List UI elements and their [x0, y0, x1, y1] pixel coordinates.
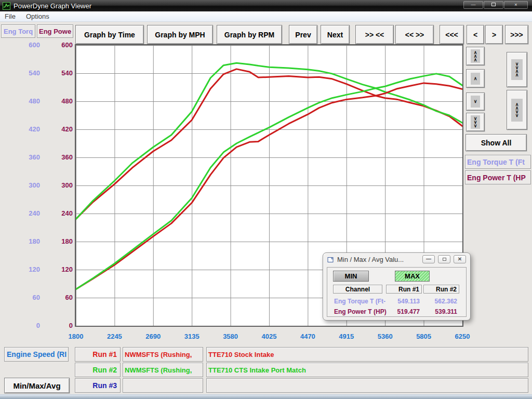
power-row-channel: Eng Power T (HP)	[334, 308, 391, 315]
minmax-restore-icon	[443, 258, 446, 261]
zoom-out-x-button[interactable]: << >>	[395, 25, 434, 44]
rpm-x-tick-label: 4470	[292, 332, 323, 341]
torque-max-run2: 562.362	[423, 298, 457, 305]
scroll-down-fast-button[interactable]: ∨ ∨ ∨	[466, 113, 485, 131]
rpm-x-tick-label: 2245	[99, 332, 130, 341]
app-window: PowerDyne Graph Viewer — × File Options …	[0, 0, 532, 399]
run2-description: TTE710 CTS Intake Port Match	[206, 363, 528, 377]
rpm-x-tick-label: 1800	[60, 332, 91, 341]
torque-channel-label[interactable]: Eng Torque T (Ft	[465, 155, 531, 169]
expand-y-button[interactable]: ∧ ∧ ∨ ∨	[507, 90, 527, 130]
run2-file: NWMSFTS (Rushing,	[123, 363, 203, 377]
rpm-x-tick-label: 5805	[408, 332, 440, 341]
scroll-left-button[interactable]: <	[467, 25, 484, 44]
scroll-up-button[interactable]: ∧	[466, 69, 485, 88]
title-bar: PowerDyne Graph Viewer — ×	[0, 0, 532, 11]
next-button[interactable]: Next	[321, 25, 350, 44]
x-axis-channel-label[interactable]: Engine Speed (RI	[4, 347, 69, 362]
minmax-minimize-button[interactable]: —	[422, 255, 435, 263]
scroll-up-fast-button[interactable]: ∧ ∧ ∧	[466, 47, 485, 65]
power-y-tick-label: 600	[0, 41, 73, 49]
zoom-in-x-button[interactable]: >> <<	[355, 25, 394, 44]
torque-row-channel: Eng Torque T (Ft-	[334, 298, 391, 305]
run1-file: NWMSFTS (Rushing,	[123, 347, 203, 362]
minmax-window: Min / Max / Avg Valu... — ✕ MIN MAX Chan…	[323, 252, 471, 321]
chevron-up-icon: ∧	[471, 73, 481, 85]
power-y-tick-label: 120	[0, 265, 73, 274]
power-y-tick-label: 240	[0, 209, 73, 218]
rpm-x-tick-label: 2690	[138, 332, 169, 341]
show-all-button[interactable]: Show All	[466, 134, 527, 151]
power-y-tick-label: 360	[0, 153, 73, 162]
run2-column-header: Run #2	[423, 285, 459, 294]
power-y-tick-label: 0	[0, 322, 73, 330]
maximize-button[interactable]	[484, 1, 503, 9]
run1-description: TTE710 Stock Intake	[206, 347, 528, 362]
power-y-tick-label: 60	[0, 294, 73, 302]
minmax-window-icon	[327, 257, 334, 263]
minmax-panel: MIN MAX Channel Run #1 Run #2 Eng Torque…	[327, 267, 467, 317]
minimize-button[interactable]: —	[463, 1, 483, 9]
power-max-run2: 539.311	[423, 308, 457, 315]
rpm-x-tick-label: 5360	[369, 332, 401, 341]
minmax-close-button[interactable]: ✕	[454, 255, 466, 263]
menu-bar: File Options	[0, 11, 532, 22]
rpm-x-tick-label: 3135	[176, 332, 207, 341]
rpm-x-tick-label: 6250	[447, 332, 478, 341]
rpm-x-tick-label: 4025	[254, 332, 285, 341]
prev-button[interactable]: Prev	[289, 25, 317, 44]
triple-chevron-down-icon: ∨ ∨ ∨	[471, 115, 481, 129]
expand-chevrons-icon: ∧ ∧ ∨ ∨	[511, 99, 523, 122]
curve-torque-run1	[76, 69, 462, 219]
power-y-axis: 600540480420360300240180120600	[0, 22, 73, 399]
power-max-run1: 519.477	[386, 308, 420, 315]
scroll-left-fast-button[interactable]: <<<	[440, 25, 464, 44]
run1-label: Run #1	[75, 347, 121, 362]
maximize-icon	[491, 3, 496, 6]
max-button[interactable]: MAX	[395, 271, 430, 282]
channel-column-header: Channel	[333, 285, 382, 294]
power-y-tick-label: 420	[0, 125, 73, 134]
run3-label: Run #3	[75, 378, 121, 393]
scroll-right-button[interactable]: >	[485, 25, 503, 44]
triple-chevron-up-icon: ∧ ∧ ∧	[471, 49, 481, 63]
run1-column-header: Run #1	[386, 285, 422, 294]
run3-description	[206, 378, 528, 393]
torque-max-run1: 549.113	[386, 298, 420, 305]
power-y-tick-label: 480	[0, 97, 73, 105]
chevron-down-icon: ∨	[471, 96, 481, 108]
power-y-tick-label: 540	[0, 69, 73, 77]
menu-options[interactable]: Options	[26, 12, 49, 20]
minmax-restore-button[interactable]	[438, 255, 450, 263]
minmaxavg-button[interactable]: Min/Max/Avg	[4, 378, 70, 393]
minmax-title-bar[interactable]: Min / Max / Avg Valu... — ✕	[323, 253, 470, 266]
power-channel-label[interactable]: Eng Power T (HP	[465, 170, 531, 184]
power-y-tick-label: 180	[0, 237, 73, 246]
collapse-chevrons-icon: ∨ ∨ ∧ ∧	[511, 59, 523, 80]
power-y-tick-label: 300	[0, 181, 73, 190]
scroll-down-button[interactable]: ∨	[466, 92, 485, 111]
rpm-x-tick-label: 3580	[215, 332, 246, 341]
client-area: Eng Torq Eng Powe Graph by Time Graph by…	[0, 22, 532, 399]
run2-label: Run #2	[75, 363, 121, 377]
graph-by-rpm-button[interactable]: Graph by RPM	[217, 25, 282, 44]
menu-file[interactable]: File	[5, 12, 16, 20]
scroll-right-fast-button[interactable]: >>>	[505, 25, 528, 44]
graph-by-time-button[interactable]: Graph by Time	[75, 25, 144, 44]
close-button[interactable]: ×	[504, 1, 528, 9]
rpm-x-tick-label: 4915	[331, 332, 362, 341]
minmax-window-title: Min / Max / Avg Valu...	[337, 256, 404, 263]
min-button[interactable]: MIN	[333, 271, 369, 282]
graph-by-mph-button[interactable]: Graph by MPH	[147, 25, 213, 44]
window-bottom-border	[0, 394, 532, 399]
collapse-y-button[interactable]: ∨ ∨ ∧ ∧	[507, 52, 527, 87]
run3-file	[123, 378, 203, 393]
window-title: PowerDyne Graph Viewer	[14, 2, 91, 10]
app-icon	[3, 2, 10, 10]
